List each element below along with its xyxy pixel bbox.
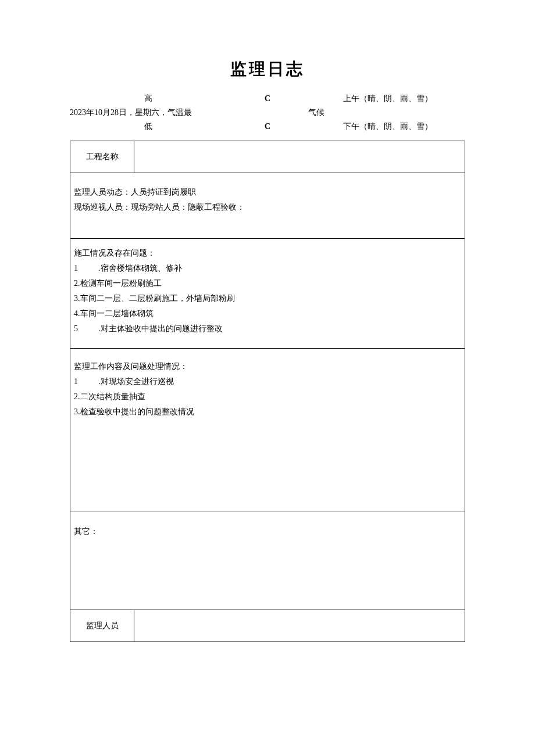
supervision-item-1: 1 .对现场安全进行巡视 bbox=[74, 374, 461, 389]
personnel-row: 监理人员动态：人员持证到岗履职 现场巡视人员：现场旁站人员：隐蔽工程验收： bbox=[70, 173, 465, 239]
supervision-work-row: 监理工作内容及问题处理情况： 1 .对现场安全进行巡视 2.二次结构质量抽查 3… bbox=[70, 349, 465, 511]
supervisor-value bbox=[134, 610, 465, 642]
other-row: 其它： bbox=[70, 511, 465, 610]
main-table: 工程名称 监理人员动态：人员持证到岗履职 现场巡视人员：现场旁站人员：隐蔽工程验… bbox=[70, 141, 465, 642]
construction-item-3: 3.车间二一层、二层粉刷施工，外墙局部粉刷 bbox=[74, 291, 461, 306]
supervisor-row: 监理人员 bbox=[70, 610, 465, 642]
project-name-label: 工程名称 bbox=[70, 141, 134, 173]
personnel-line1: 监理人员动态：人员持证到岗履职 bbox=[74, 185, 461, 200]
project-name-value bbox=[134, 141, 465, 173]
other-header: 其它： bbox=[74, 524, 461, 539]
construction-item-5: 5 .对主体验收中提出的问题进行整改 bbox=[74, 321, 461, 336]
construction-item-4: 4.车间一二层墙体砌筑 bbox=[74, 306, 461, 321]
construction-item-2: 2.检测车间一层粉刷施工 bbox=[74, 276, 461, 291]
c-label-low: C bbox=[227, 120, 308, 134]
temp-low: 低 bbox=[144, 122, 152, 131]
supervision-header: 监理工作内容及问题处理情况： bbox=[74, 359, 461, 374]
morning-weather: 上午（晴、阴、雨、雪） bbox=[343, 92, 465, 106]
c-label-high: C bbox=[227, 92, 308, 106]
page-title: 监理日志 bbox=[70, 58, 465, 80]
project-name-row: 工程名称 bbox=[70, 141, 465, 173]
date-text: 2023年10月28日，星期六，气温最 bbox=[70, 106, 227, 120]
supervision-item-2: 2.二次结构质量抽查 bbox=[74, 389, 461, 404]
personnel-line2: 现场巡视人员：现场旁站人员：隐蔽工程验收： bbox=[74, 200, 461, 215]
supervision-item-3: 3.检查验收中提出的问题整改情况 bbox=[74, 404, 461, 420]
temp-high: 高 bbox=[144, 94, 152, 103]
construction-row: 施工情况及存在问题： 1 .宿舍楼墙体砌筑、修补 2.检测车间一层粉刷施工 3.… bbox=[70, 239, 465, 349]
construction-header: 施工情况及存在问题： bbox=[74, 246, 461, 261]
supervisor-label: 监理人员 bbox=[70, 610, 134, 642]
afternoon-weather: 下午（晴、阴、雨、雪） bbox=[343, 120, 465, 134]
construction-item-1: 1 .宿舍楼墙体砌筑、修补 bbox=[74, 261, 461, 276]
climate-label: 气候 bbox=[308, 106, 343, 120]
temp-low-wrap: 低 bbox=[70, 120, 227, 134]
temp-high-wrap: 高 bbox=[70, 92, 227, 106]
header-info-block: 高 C 上午（晴、阴、雨、雪） 2023年10月28日，星期六，气温最 气候 低… bbox=[70, 92, 465, 134]
